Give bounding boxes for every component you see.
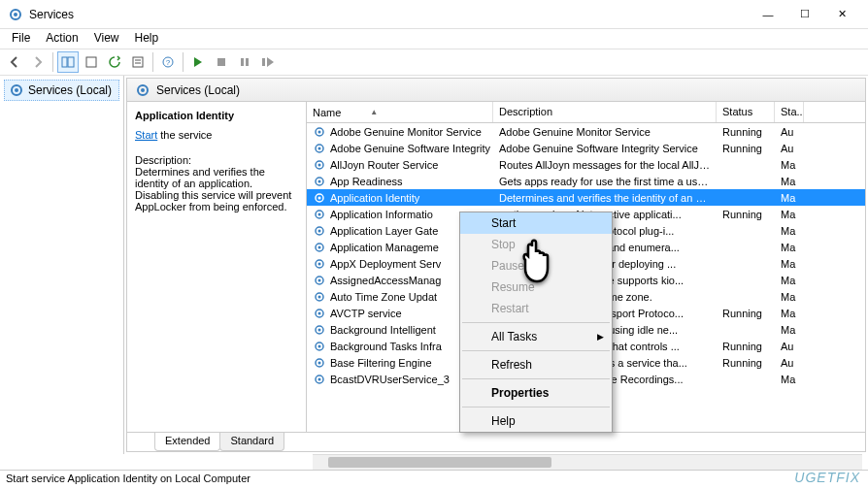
show-hide-tree-button[interactable] (57, 51, 79, 73)
svg-rect-3 (68, 57, 74, 67)
svg-point-47 (318, 361, 321, 364)
scrollbar-thumb[interactable] (328, 457, 551, 468)
svg-point-25 (318, 179, 321, 182)
column-header-description[interactable]: Description (493, 102, 717, 122)
context-menu-item: Pause (460, 255, 612, 277)
window-title: Services (29, 8, 750, 21)
menu-help[interactable]: Help (127, 29, 167, 49)
sort-ascending-icon: ▲ (370, 108, 378, 116)
svg-rect-2 (62, 57, 67, 67)
titlebar: Services — ☐ ✕ (0, 0, 868, 29)
column-header-startup[interactable]: Sta... (775, 102, 804, 122)
svg-point-39 (318, 295, 321, 298)
watermark: UGETFIX (794, 470, 860, 485)
svg-rect-13 (262, 58, 265, 66)
description-text: Determines and verifies the identity of … (135, 166, 298, 212)
horizontal-scrollbar[interactable] (313, 454, 862, 470)
gear-icon (313, 356, 326, 370)
menu-file[interactable]: File (4, 29, 38, 49)
svg-point-29 (318, 212, 321, 215)
svg-point-23 (318, 163, 321, 166)
close-button[interactable]: ✕ (823, 1, 860, 28)
menubar: File Action View Help (0, 29, 868, 49)
submenu-arrow-icon: ▶ (597, 332, 604, 342)
column-header-status[interactable]: Status (717, 102, 775, 122)
selected-service-name: Application Identity (135, 110, 298, 121)
gear-icon (313, 257, 326, 271)
start-suffix: the service (160, 129, 212, 141)
svg-point-31 (318, 229, 321, 232)
context-menu-item[interactable]: Help (460, 410, 612, 432)
context-menu-item: Restart (460, 298, 612, 319)
gear-icon (313, 340, 326, 353)
gear-icon (313, 191, 326, 205)
toolbar: ? (0, 49, 868, 76)
service-row[interactable]: AllJoyn Router ServiceRoutes AllJoyn mes… (307, 156, 865, 173)
pane-title: Services (Local) (156, 83, 240, 97)
maximize-button[interactable]: ☐ (786, 1, 823, 28)
pause-service-button[interactable] (234, 51, 255, 73)
svg-point-1 (14, 13, 17, 16)
column-header-name[interactable]: Name▲ (307, 102, 493, 122)
restart-service-button[interactable] (257, 51, 279, 73)
gear-icon (313, 241, 326, 254)
context-menu-item[interactable]: All Tasks▶ (460, 326, 612, 347)
tree-pane: Services (Local) (0, 76, 124, 454)
services-icon (9, 82, 24, 98)
stop-service-button[interactable] (211, 51, 232, 73)
context-menu-item[interactable]: Start (460, 212, 612, 234)
tab-standard[interactable]: Standard (219, 433, 284, 451)
svg-rect-11 (241, 58, 244, 66)
minimize-button[interactable]: — (750, 1, 786, 28)
refresh-button[interactable] (104, 51, 125, 73)
gear-icon (313, 175, 326, 188)
context-menu-item[interactable]: Refresh (460, 354, 612, 375)
svg-point-33 (318, 245, 321, 248)
svg-rect-12 (246, 58, 249, 66)
svg-point-27 (318, 196, 321, 199)
tree-root-label: Services (Local) (28, 83, 112, 97)
description-label: Description: (135, 154, 298, 166)
context-menu-separator (462, 350, 610, 351)
export-button[interactable] (81, 51, 102, 73)
view-tabs: Extended Standard (127, 432, 865, 451)
svg-point-15 (15, 88, 18, 92)
services-icon (8, 7, 23, 22)
gear-icon (313, 158, 326, 172)
gear-icon (313, 373, 326, 386)
gear-icon (313, 224, 326, 238)
context-menu-item: Resume (460, 277, 612, 298)
svg-rect-5 (133, 57, 143, 67)
context-menu-item[interactable]: Properties (460, 382, 612, 404)
svg-rect-4 (86, 57, 96, 67)
service-row[interactable]: Adobe Genuine Monitor ServiceAdobe Genui… (307, 123, 865, 140)
svg-point-45 (318, 344, 321, 347)
service-row[interactable]: Application IdentityDetermines and verif… (307, 189, 865, 206)
svg-rect-10 (217, 58, 225, 66)
properties-button[interactable] (127, 51, 149, 73)
svg-point-19 (318, 130, 321, 133)
svg-point-35 (318, 262, 321, 265)
gear-icon (313, 208, 326, 221)
svg-point-41 (318, 311, 321, 314)
detail-panel: Application Identity Start the service D… (127, 102, 307, 432)
svg-point-49 (318, 377, 321, 380)
start-service-button[interactable] (187, 51, 209, 73)
pane-header: Services (Local) (127, 79, 865, 102)
tab-extended[interactable]: Extended (154, 433, 220, 451)
gear-icon (313, 307, 326, 320)
service-row[interactable]: Adobe Genuine Software Integrity Servi..… (307, 140, 865, 156)
main-area: Services (Local) Services (Local) Applic… (0, 76, 868, 454)
tree-root-item[interactable]: Services (Local) (4, 80, 119, 101)
context-menu-separator (462, 322, 610, 323)
svg-point-43 (318, 328, 321, 331)
back-button[interactable] (4, 51, 25, 73)
gear-icon (313, 290, 326, 304)
start-service-link[interactable]: Start (135, 129, 157, 141)
menu-action[interactable]: Action (38, 29, 85, 49)
svg-point-37 (318, 278, 321, 281)
menu-view[interactable]: View (86, 29, 127, 49)
service-row[interactable]: App ReadinessGets apps ready for use the… (307, 173, 865, 189)
help-button[interactable]: ? (157, 51, 179, 73)
forward-button[interactable] (27, 51, 49, 73)
